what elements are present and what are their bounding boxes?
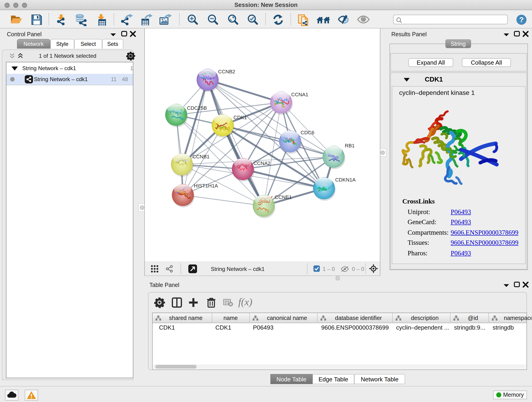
svg-text:CDKN1A: CDKN1A — [335, 177, 356, 183]
svg-text:CCNB2: CCNB2 — [218, 69, 235, 75]
svg-text:CCNE1: CCNE1 — [275, 194, 292, 200]
svg-text:CDK1: CDK1 — [234, 115, 247, 120]
svg-text:CDC25B: CDC25B — [187, 105, 207, 111]
svg-text:CCNA1: CCNA1 — [291, 92, 308, 97]
svg-text:CCNB1: CCNB1 — [192, 154, 210, 160]
svg-text:CCNA2: CCNA2 — [253, 160, 271, 166]
svg-text:CDC6: CDC6 — [301, 130, 314, 135]
svg-text:RB1: RB1 — [345, 143, 355, 148]
svg-text:?: ? — [519, 16, 524, 24]
svg-text:HIST1H1A: HIST1H1A — [194, 183, 218, 189]
